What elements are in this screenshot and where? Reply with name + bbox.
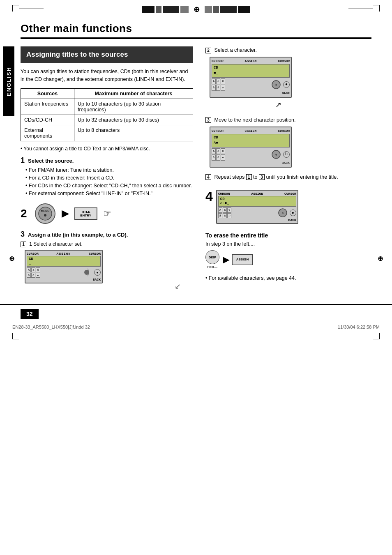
right-step3: 3 Move to the next character position. C… — [205, 116, 371, 168]
step1-bullet-3: For CDs in the CD changer: Select "CD-CH… — [25, 182, 193, 190]
section-title: Assigning titles to the sources — [26, 51, 187, 59]
disp-button: DISP — [205, 250, 219, 264]
lcd-image-step3-1: CURSOR ASSIGN CURSOR CD _ Aa0 äá↵ — [25, 250, 193, 283]
disp-button-area: DISP Hold.... — [205, 250, 219, 269]
step1-bullet-4: For external component: Select "LINE-IN"… — [25, 190, 193, 198]
step3: 3 Assign a title (in this example, to a … — [21, 230, 193, 283]
compass-symbol: ⊕ — [194, 5, 200, 14]
assign-button: ASSIGN — [232, 254, 253, 265]
svg-text:⊕: ⊕ — [275, 83, 277, 87]
step1: 1 Select the source. For FM/AM tuner: Tu… — [21, 156, 193, 197]
hand-icon: ☞ — [103, 208, 111, 219]
right-col: 2 Select a character. CURSOR ASSIGN CURS… — [205, 46, 371, 283]
table-row: Station frequencies Up to 10 characters … — [21, 99, 193, 115]
erase-img-row: DISP Hold.... ▶ ASSIGN — [205, 250, 371, 269]
step1-bullets: For FM/AM tuner: Tune into a station. Fo… — [21, 166, 193, 197]
sources-table: Sources Maximum number of characters Sta… — [21, 88, 193, 141]
table-col1-header: Sources — [21, 88, 74, 99]
step1-number: 1 — [21, 156, 25, 165]
step3-heading: Assign a title (in this example, to a CD… — [28, 232, 128, 238]
svg-text:⊕: ⊕ — [282, 212, 284, 215]
right-compass: ⊕ — [378, 255, 383, 263]
note-text: • You cannot assign a title to CD Text o… — [21, 145, 193, 152]
step1-bullet-1: For FM/AM tuner: Tune into a station. — [25, 166, 193, 174]
right-step3-num: 3 — [205, 117, 211, 123]
right-step2-arrow: ↗ — [275, 99, 371, 111]
erase-heading: To erase the entire title — [205, 232, 371, 239]
erase-note: • For available characters, see page 44. — [205, 275, 371, 281]
table-cell-chars-3: Up to 8 characters — [74, 125, 193, 141]
footer-area: 32 — [0, 304, 392, 319]
lcd-image-right-2: CURSOR CSSIGN CURSOR CD A■_ Aa0 äá↵ — [210, 127, 292, 168]
title-rule — [21, 37, 371, 39]
right-step4: 4 Repeat steps 1 to 3 until you finish e… — [205, 173, 371, 184]
table-row: CDs/CD-CH Up to 32 characters (up to 30 … — [21, 115, 193, 125]
step4-display-area: 4 CURSOR ASSIGN CURSOR CD AL■_ Aa0 — [205, 190, 371, 224]
svg-point-1 — [39, 207, 52, 220]
step2-number: 2 — [21, 207, 27, 220]
step3-number: 3 — [21, 230, 25, 239]
table-cell-source-3: External components — [21, 125, 74, 141]
erase-arrow: ▶ — [223, 255, 229, 265]
right-step2-num: 2 — [205, 48, 211, 53]
intro-text: You can assign titles to station frequen… — [21, 68, 193, 83]
footer-right: 11/30/04 6:22:58 PM — [338, 325, 380, 329]
step1-heading: Select the source. — [28, 158, 74, 164]
bottom-footer: EN28-33_AR5500_LHX550[J]f.indd 32 11/30/… — [0, 321, 392, 333]
right-step2: 2 Select a character. CURSOR ASSIGN CURS… — [205, 46, 371, 111]
left-compass: ⊕ — [9, 255, 14, 263]
svg-point-4 — [84, 270, 89, 275]
step4-large-num: 4 — [205, 190, 213, 203]
section-box: Assigning titles to the sources — [21, 46, 193, 63]
erase-section: To erase the entire title In step 3 on t… — [205, 232, 371, 281]
table-col2-header: Maximum number of characters — [74, 88, 193, 99]
step3-sub1: 1 1 Select a character set. — [21, 241, 193, 247]
svg-point-3 — [44, 214, 46, 216]
lcd-image-right-1: CURSOR ASSIGN CURSOR CD ■_ Aa0 äá↵ — [210, 57, 292, 98]
step1-bullet-2: For a CD in this receiver: Insert a CD. — [25, 174, 193, 182]
erase-step-ref: In step 3 on the left.... — [205, 241, 371, 247]
svg-text:⊕: ⊕ — [275, 153, 277, 157]
table-cell-source-2: CDs/CD-CH — [21, 115, 74, 125]
table-row: External components Up to 8 characters — [21, 125, 193, 141]
page-title: Other main functions — [21, 22, 371, 35]
step3-sub1-num: 1 — [21, 242, 26, 247]
step2-area: 2 MENU ▶ TITLE ENTRY ☞ — [21, 203, 193, 224]
language-tab: ENGLISH — [3, 46, 14, 116]
page-number: 32 — [21, 309, 39, 319]
table-cell-source-1: Station frequencies — [21, 99, 74, 115]
svg-text:MENU: MENU — [41, 210, 49, 212]
step3-hand-icon: ↙ — [175, 282, 181, 291]
hold-label: Hold.... — [207, 265, 217, 269]
step2-arrow: ▶ — [62, 208, 69, 219]
right-step4-num: 4 — [205, 174, 211, 180]
menu-knob: MENU — [35, 203, 56, 224]
table-cell-chars-2: Up to 32 characters (up to 30 discs) — [74, 115, 193, 125]
lcd-image-step4: CURSOR ASSIGN CURSOR CD AL■_ Aa0 äá↵ — [216, 190, 298, 224]
table-cell-chars-1: Up to 10 characters (up to 30 station fr… — [74, 99, 193, 115]
title-entry-display: TITLE ENTRY — [74, 207, 97, 220]
footer-left: EN28-33_AR5500_LHX550[J]f.indd 32 — [12, 325, 90, 329]
